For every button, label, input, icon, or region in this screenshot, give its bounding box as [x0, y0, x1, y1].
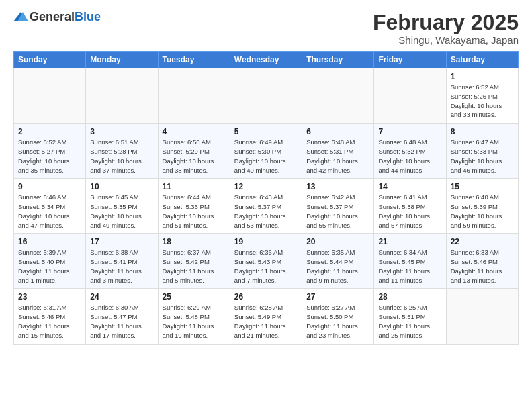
logo-area: GeneralBlue	[13, 11, 101, 23]
day-info: Sunrise: 6:46 AM Sunset: 5:34 PM Dayligh…	[18, 193, 81, 230]
day-number: 11	[163, 182, 226, 191]
weekday-header-row: Sunday Monday Tuesday Wednesday Thursday…	[14, 52, 519, 68]
calendar-cell: 10Sunrise: 6:45 AM Sunset: 5:35 PM Dayli…	[86, 179, 158, 234]
calendar-cell: 16Sunrise: 6:39 AM Sunset: 5:40 PM Dayli…	[14, 234, 86, 289]
calendar-cell: 15Sunrise: 6:40 AM Sunset: 5:39 PM Dayli…	[446, 179, 518, 234]
calendar-cell: 12Sunrise: 6:43 AM Sunset: 5:37 PM Dayli…	[230, 179, 302, 234]
day-number: 1	[451, 72, 514, 81]
calendar-cell: 20Sunrise: 6:35 AM Sunset: 5:44 PM Dayli…	[302, 234, 374, 289]
day-number: 21	[378, 237, 441, 246]
calendar-week-row: 16Sunrise: 6:39 AM Sunset: 5:40 PM Dayli…	[14, 234, 519, 289]
calendar-cell: 6Sunrise: 6:48 AM Sunset: 5:31 PM Daylig…	[302, 124, 374, 179]
day-number: 28	[378, 292, 441, 302]
calendar-cell: 13Sunrise: 6:42 AM Sunset: 5:37 PM Dayli…	[302, 179, 374, 234]
day-info: Sunrise: 6:48 AM Sunset: 5:31 PM Dayligh…	[306, 138, 369, 175]
day-number: 23	[18, 292, 81, 302]
calendar-cell: 7Sunrise: 6:48 AM Sunset: 5:32 PM Daylig…	[374, 124, 446, 179]
day-number: 16	[18, 237, 81, 246]
day-number: 20	[306, 237, 369, 246]
day-info: Sunrise: 6:45 AM Sunset: 5:35 PM Dayligh…	[90, 193, 153, 230]
calendar-cell	[446, 289, 518, 344]
calendar-page: GeneralBlue February 2025 Shingu, Wakaya…	[0, 0, 532, 411]
header-thursday: Thursday	[302, 52, 374, 68]
day-info: Sunrise: 6:36 AM Sunset: 5:43 PM Dayligh…	[234, 248, 298, 285]
day-info: Sunrise: 6:29 AM Sunset: 5:48 PM Dayligh…	[163, 303, 226, 340]
day-info: Sunrise: 6:42 AM Sunset: 5:37 PM Dayligh…	[306, 193, 369, 230]
calendar-cell: 17Sunrise: 6:38 AM Sunset: 5:41 PM Dayli…	[86, 234, 158, 289]
calendar-cell: 19Sunrise: 6:36 AM Sunset: 5:43 PM Dayli…	[230, 234, 302, 289]
day-info: Sunrise: 6:35 AM Sunset: 5:44 PM Dayligh…	[306, 248, 369, 285]
day-info: Sunrise: 6:37 AM Sunset: 5:42 PM Dayligh…	[163, 248, 226, 285]
calendar-week-row: 1Sunrise: 6:52 AM Sunset: 5:26 PM Daylig…	[14, 68, 519, 124]
day-info: Sunrise: 6:41 AM Sunset: 5:38 PM Dayligh…	[378, 193, 441, 230]
day-info: Sunrise: 6:30 AM Sunset: 5:47 PM Dayligh…	[90, 303, 153, 340]
day-info: Sunrise: 6:43 AM Sunset: 5:37 PM Dayligh…	[234, 193, 298, 230]
day-number: 10	[90, 182, 153, 191]
day-info: Sunrise: 6:44 AM Sunset: 5:36 PM Dayligh…	[163, 193, 226, 230]
header-saturday: Saturday	[446, 52, 518, 68]
calendar-cell: 25Sunrise: 6:29 AM Sunset: 5:48 PM Dayli…	[158, 289, 230, 344]
logo-icon	[13, 11, 28, 23]
day-info: Sunrise: 6:52 AM Sunset: 5:26 PM Dayligh…	[451, 83, 514, 120]
calendar-subtitle: Shingu, Wakayama, Japan	[373, 34, 519, 46]
calendar-cell: 21Sunrise: 6:34 AM Sunset: 5:45 PM Dayli…	[374, 234, 446, 289]
calendar-cell	[86, 68, 158, 124]
day-number: 12	[234, 182, 298, 191]
day-info: Sunrise: 6:38 AM Sunset: 5:41 PM Dayligh…	[90, 248, 153, 285]
title-area: February 2025 Shingu, Wakayama, Japan	[373, 11, 519, 46]
day-info: Sunrise: 6:48 AM Sunset: 5:32 PM Dayligh…	[378, 138, 441, 175]
logo-text: GeneralBlue	[30, 11, 101, 23]
day-number: 6	[306, 127, 369, 136]
day-number: 3	[90, 127, 153, 136]
calendar-week-row: 2Sunrise: 6:52 AM Sunset: 5:27 PM Daylig…	[14, 124, 519, 179]
calendar-cell: 4Sunrise: 6:50 AM Sunset: 5:29 PM Daylig…	[158, 124, 230, 179]
day-number: 2	[18, 127, 81, 136]
calendar-cell	[230, 68, 302, 124]
day-number: 17	[90, 237, 153, 246]
day-info: Sunrise: 6:25 AM Sunset: 5:51 PM Dayligh…	[378, 303, 441, 340]
day-info: Sunrise: 6:31 AM Sunset: 5:46 PM Dayligh…	[18, 303, 81, 340]
day-info: Sunrise: 6:47 AM Sunset: 5:33 PM Dayligh…	[451, 138, 514, 175]
calendar-cell: 2Sunrise: 6:52 AM Sunset: 5:27 PM Daylig…	[14, 124, 86, 179]
day-number: 14	[378, 182, 441, 191]
day-number: 7	[378, 127, 441, 136]
day-number: 25	[163, 292, 226, 302]
calendar-cell: 11Sunrise: 6:44 AM Sunset: 5:36 PM Dayli…	[158, 179, 230, 234]
calendar-cell: 27Sunrise: 6:27 AM Sunset: 5:50 PM Dayli…	[302, 289, 374, 344]
calendar-title: February 2025	[373, 11, 519, 34]
header-wednesday: Wednesday	[230, 52, 302, 68]
calendar-cell	[14, 68, 86, 124]
day-info: Sunrise: 6:27 AM Sunset: 5:50 PM Dayligh…	[306, 303, 369, 340]
calendar-table: Sunday Monday Tuesday Wednesday Thursday…	[13, 51, 519, 344]
calendar-cell: 22Sunrise: 6:33 AM Sunset: 5:46 PM Dayli…	[446, 234, 518, 289]
day-info: Sunrise: 6:51 AM Sunset: 5:28 PM Dayligh…	[90, 138, 153, 175]
day-number: 27	[306, 292, 369, 302]
calendar-cell: 9Sunrise: 6:46 AM Sunset: 5:34 PM Daylig…	[14, 179, 86, 234]
header-sunday: Sunday	[14, 52, 86, 68]
header-friday: Friday	[374, 52, 446, 68]
calendar-cell: 1Sunrise: 6:52 AM Sunset: 5:26 PM Daylig…	[446, 68, 518, 124]
day-number: 26	[234, 292, 298, 302]
calendar-cell: 18Sunrise: 6:37 AM Sunset: 5:42 PM Dayli…	[158, 234, 230, 289]
day-info: Sunrise: 6:28 AM Sunset: 5:49 PM Dayligh…	[234, 303, 298, 340]
day-number: 8	[451, 127, 514, 136]
day-number: 15	[451, 182, 514, 191]
calendar-cell: 14Sunrise: 6:41 AM Sunset: 5:38 PM Dayli…	[374, 179, 446, 234]
calendar-cell	[302, 68, 374, 124]
day-number: 9	[18, 182, 81, 191]
calendar-cell: 8Sunrise: 6:47 AM Sunset: 5:33 PM Daylig…	[446, 124, 518, 179]
calendar-week-row: 23Sunrise: 6:31 AM Sunset: 5:46 PM Dayli…	[14, 289, 519, 344]
day-number: 19	[234, 237, 298, 246]
day-info: Sunrise: 6:52 AM Sunset: 5:27 PM Dayligh…	[18, 138, 81, 175]
calendar-cell: 28Sunrise: 6:25 AM Sunset: 5:51 PM Dayli…	[374, 289, 446, 344]
day-info: Sunrise: 6:33 AM Sunset: 5:46 PM Dayligh…	[451, 248, 514, 285]
day-number: 22	[451, 237, 514, 246]
calendar-cell: 24Sunrise: 6:30 AM Sunset: 5:47 PM Dayli…	[86, 289, 158, 344]
calendar-cell: 3Sunrise: 6:51 AM Sunset: 5:28 PM Daylig…	[86, 124, 158, 179]
calendar-cell: 26Sunrise: 6:28 AM Sunset: 5:49 PM Dayli…	[230, 289, 302, 344]
header-tuesday: Tuesday	[158, 52, 230, 68]
day-info: Sunrise: 6:34 AM Sunset: 5:45 PM Dayligh…	[378, 248, 441, 285]
day-info: Sunrise: 6:50 AM Sunset: 5:29 PM Dayligh…	[163, 138, 226, 175]
day-info: Sunrise: 6:39 AM Sunset: 5:40 PM Dayligh…	[18, 248, 81, 285]
day-info: Sunrise: 6:40 AM Sunset: 5:39 PM Dayligh…	[451, 193, 514, 230]
